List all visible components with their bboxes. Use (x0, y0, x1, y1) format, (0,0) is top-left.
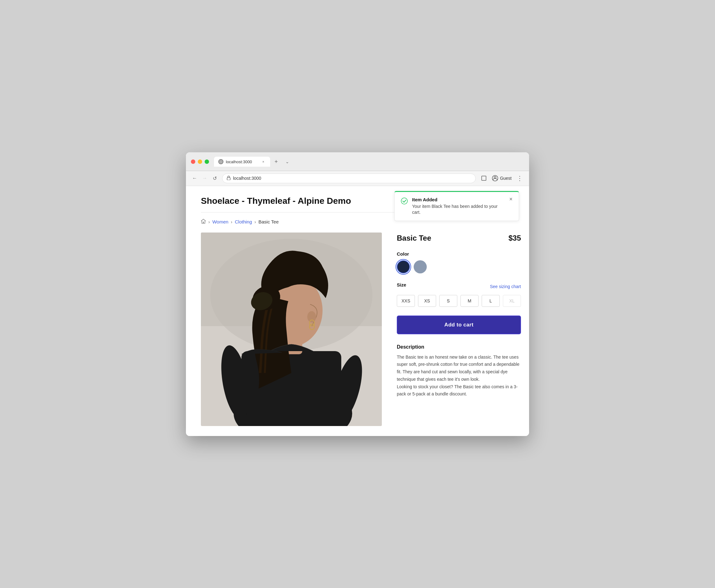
description-text: The Basic tee is an honest new take on a… (397, 354, 521, 398)
check-icon (401, 197, 408, 206)
add-to-cart-button[interactable]: Add to cart (397, 316, 521, 334)
description-title: Description (397, 344, 521, 350)
minimize-window-button[interactable] (198, 160, 202, 164)
nav-buttons: ← → ↺ (191, 174, 218, 182)
profile-button[interactable]: Guest (492, 175, 512, 181)
guest-label: Guest (500, 176, 512, 181)
product-layout: Basic Tee $35 Color Size See sizing char… (201, 232, 514, 426)
size-xxs[interactable]: XXS (397, 295, 415, 307)
url-text: localhost:3000 (233, 176, 261, 181)
maximize-window-button[interactable] (204, 160, 209, 164)
color-dark-navy[interactable] (397, 260, 410, 273)
tab-close-button[interactable]: × (261, 159, 266, 164)
page-content: Item Added Your item Black Tee has been … (186, 186, 529, 436)
breadcrumb-clothing[interactable]: Clothing (235, 219, 252, 225)
traffic-lights (191, 160, 209, 164)
breadcrumb-separator-3: › (255, 219, 256, 225)
toast-message: Your item Black Tee has been added to yo… (412, 204, 505, 216)
browser-window: localhost:3000 × + ⌄ ← → ↺ localhost:300… (186, 152, 529, 436)
browser-addressbar: ← → ↺ localhost:3000 Guest ⋮ (186, 171, 529, 186)
svg-point-7 (401, 198, 407, 204)
size-header: Size See sizing chart (397, 282, 521, 291)
breadcrumb-separator-1: › (209, 219, 210, 225)
breadcrumb-separator-2: › (231, 219, 232, 225)
tab-bar: localhost:3000 × + ⌄ (214, 156, 292, 168)
bookmarks-button[interactable] (479, 174, 488, 183)
size-options: XXS XS S M L XL (397, 295, 521, 307)
size-section: Size See sizing chart XXS XS S M L XL (397, 282, 521, 307)
color-section: Color (397, 251, 521, 273)
browser-controls: localhost:3000 × + ⌄ (191, 156, 524, 168)
size-s[interactable]: S (439, 295, 457, 307)
svg-rect-12 (241, 351, 341, 426)
svg-rect-4 (482, 176, 486, 181)
svg-point-6 (494, 176, 496, 178)
product-image (201, 232, 382, 426)
size-label: Size (397, 282, 406, 288)
tab-dropdown-button[interactable]: ⌄ (282, 157, 292, 167)
home-icon[interactable] (201, 219, 206, 225)
product-details: Basic Tee $35 Color Size See sizing char… (397, 232, 521, 426)
forward-button[interactable]: → (201, 174, 209, 182)
toast-content: Item Added Your item Black Tee has been … (412, 197, 505, 216)
close-window-button[interactable] (191, 160, 195, 164)
tab-label: localhost:3000 (226, 160, 252, 164)
svg-rect-3 (227, 177, 230, 180)
address-bar[interactable]: localhost:3000 (222, 173, 476, 183)
size-xs[interactable]: XS (418, 295, 436, 307)
size-xl: XL (503, 295, 521, 307)
back-button[interactable]: ← (191, 174, 198, 182)
size-m[interactable]: M (460, 295, 479, 307)
reload-button[interactable]: ↺ (211, 174, 218, 182)
product-photo-svg (201, 232, 382, 426)
breadcrumb-women[interactable]: Women (213, 219, 229, 225)
lock-icon (227, 176, 231, 181)
color-label: Color (397, 251, 521, 256)
color-options (397, 260, 521, 273)
product-name-row: Basic Tee $35 (397, 234, 521, 243)
notification-toast: Item Added Your item Black Tee has been … (394, 191, 519, 221)
toast-close-button[interactable]: × (509, 196, 513, 202)
svg-point-19 (307, 311, 316, 322)
browser-titlebar: localhost:3000 × + ⌄ (186, 152, 529, 171)
new-tab-button[interactable]: + (272, 156, 281, 168)
product-price: $35 (508, 234, 521, 243)
tab-favicon (218, 159, 223, 164)
more-options-button[interactable]: ⋮ (515, 174, 524, 183)
breadcrumb-current: Basic Tee (258, 219, 279, 225)
figure-container (201, 232, 382, 426)
browser-actions: Guest ⋮ (479, 174, 524, 183)
product-name: Basic Tee (397, 234, 431, 243)
description-section: Description The Basic tee is an honest n… (397, 344, 521, 398)
active-tab[interactable]: localhost:3000 × (214, 157, 270, 167)
color-gray[interactable] (414, 260, 427, 273)
size-l[interactable]: L (482, 295, 500, 307)
size-chart-link[interactable]: See sizing chart (490, 284, 521, 289)
toast-title: Item Added (412, 197, 505, 202)
